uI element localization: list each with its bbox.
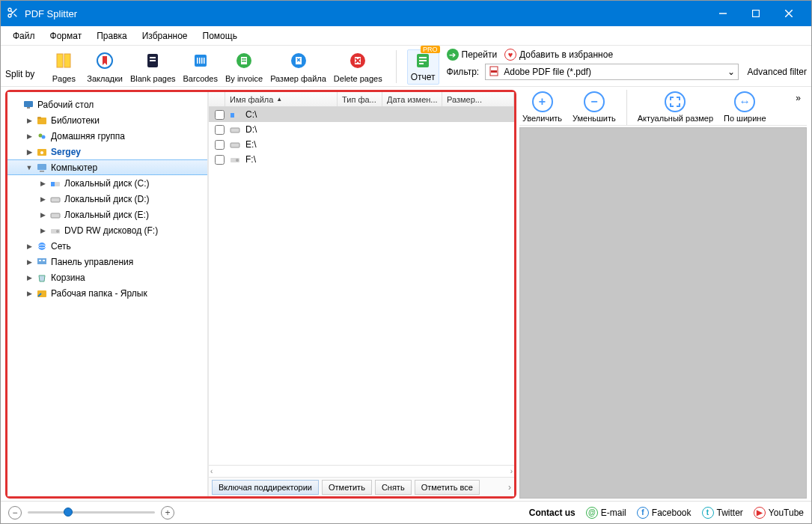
filter-combobox[interactable]: Adobe PDF file (*.pdf) ⌄	[485, 64, 738, 80]
youtube-link[interactable]: ▶YouTube	[754, 507, 804, 519]
expand-icon[interactable]: ▶	[39, 227, 46, 234]
tree-item[interactable]: ▼Компьютер	[7, 159, 207, 175]
svg-rect-37	[37, 117, 41, 119]
file-row[interactable]: E:\	[209, 137, 514, 152]
expand-icon[interactable]: ▶	[25, 258, 33, 266]
zoom-slider-track[interactable]	[28, 511, 155, 514]
zoom-in-button[interactable]: + Увеличить	[522, 90, 562, 123]
toolbar-закладки[interactable]: Закладки	[84, 49, 126, 85]
facebook-link[interactable]: fFacebook	[637, 507, 692, 519]
file-name: C:\	[245, 109, 257, 120]
fit-width-button[interactable]: ↔ По ширине	[724, 90, 766, 123]
advanced-filter-link[interactable]: Advanced filter	[748, 67, 807, 77]
zoom-slider[interactable]: − +	[8, 506, 174, 520]
toolbar-размер-файла[interactable]: Размер файла	[267, 49, 329, 85]
tree-item[interactable]: ▶Панель управления	[7, 254, 207, 269]
heart-icon: ♥	[504, 49, 516, 61]
expand-icon[interactable]: ▶	[25, 243, 33, 250]
zoom-slider-plus-button[interactable]: +	[161, 506, 174, 520]
tree-item[interactable]: ▶Корзина	[7, 269, 207, 285]
toolbar-delete-pages[interactable]: Delete pages	[331, 49, 385, 85]
tree-item[interactable]: ▶Sergey	[7, 144, 207, 159]
report-button[interactable]: PRO Отчет	[407, 49, 439, 85]
tree-item[interactable]: ▶DVD RW дисковод (F:)	[7, 222, 207, 238]
preview-canvas	[519, 127, 807, 499]
expand-icon[interactable]: ▶	[25, 290, 33, 297]
toolbar-by-invoice[interactable]: By invoice	[222, 49, 266, 85]
twitter-icon: t	[702, 507, 714, 519]
svg-rect-33	[491, 70, 497, 73]
menu-формат[interactable]: Формат	[43, 28, 90, 44]
svg-rect-19	[204, 58, 205, 64]
row-checkbox[interactable]	[215, 155, 225, 165]
check-all-button[interactable]: Отметить все	[415, 480, 480, 495]
file-browser-panel: Рабочий стол▶Библиотеки▶Домашняя группа▶…	[5, 90, 516, 499]
minimize-button[interactable]	[706, 1, 739, 26]
file-row[interactable]: F:\	[209, 152, 514, 167]
maximize-button[interactable]	[739, 1, 772, 26]
expand-icon[interactable]: ▼	[25, 164, 33, 171]
tree-item[interactable]: ▶Сеть	[7, 238, 207, 254]
libraries-icon	[36, 115, 48, 127]
expand-icon[interactable]: ▶	[25, 148, 33, 156]
svg-rect-29	[419, 57, 427, 58]
col-checkbox[interactable]	[209, 92, 225, 106]
zoom-out-button[interactable]: − Уменьшить	[573, 90, 616, 123]
contact-us-link[interactable]: Contact us	[529, 508, 576, 518]
check-button[interactable]: Отметить	[322, 480, 372, 495]
row-checkbox[interactable]	[215, 140, 225, 150]
drive-c-icon	[49, 177, 61, 189]
expand-icon[interactable]: ▶	[25, 274, 33, 281]
horizontal-scrollbar[interactable]: ‹›	[209, 465, 514, 477]
expand-icon[interactable]: ▶	[25, 117, 33, 124]
tree-item[interactable]: ▶Домашняя группа	[7, 128, 207, 144]
folder-tree[interactable]: Рабочий стол▶Библиотеки▶Домашняя группа▶…	[7, 92, 208, 496]
menu-избранное[interactable]: Избранное	[135, 28, 195, 44]
col-size[interactable]: Размер...	[442, 92, 514, 106]
actual-size-button[interactable]: Актуальный размер	[638, 90, 713, 123]
col-type[interactable]: Тип фа...	[338, 92, 382, 106]
go-button[interactable]: ➔ Перейти	[447, 49, 498, 61]
expand-icon[interactable]: ▶	[25, 132, 33, 140]
row-checkbox[interactable]	[215, 110, 225, 120]
overflow-chevron-icon[interactable]: »	[793, 90, 804, 106]
zoom-slider-minus-button[interactable]: −	[8, 506, 22, 520]
row-checkbox[interactable]	[215, 125, 225, 135]
menu-помощь[interactable]: Помощь	[195, 28, 245, 44]
by-invoice-icon	[233, 50, 254, 71]
col-name[interactable]: Имя файла▲	[225, 92, 338, 106]
toolbar-blank-pages[interactable]: Blank pages	[127, 49, 179, 85]
email-link[interactable]: @E-mail	[586, 507, 626, 519]
menu-файл[interactable]: Файл	[5, 28, 43, 44]
chevron-right-icon[interactable]: ›	[508, 482, 511, 493]
svg-point-39	[42, 135, 46, 138]
tree-item-label: Локальный диск (E:)	[64, 210, 149, 220]
svg-rect-16	[197, 58, 198, 64]
twitter-link[interactable]: tTwitter	[702, 507, 743, 519]
tree-item-label: Домашняя группа	[51, 131, 125, 141]
col-date[interactable]: Дата измен...	[382, 92, 442, 106]
add-favorite-button[interactable]: ♥ Добавить в избранное	[504, 49, 613, 61]
file-list-body[interactable]: C:\D:\E:\F:\	[209, 107, 514, 465]
expand-icon[interactable]: ▶	[39, 180, 46, 187]
menu-правка[interactable]: Правка	[89, 28, 135, 44]
toolbar-pages[interactable]: Pages	[45, 49, 82, 85]
filter-label: Фильтр:	[447, 67, 480, 77]
include-subdirs-button[interactable]: Включая поддиректории	[212, 480, 319, 495]
tree-item[interactable]: ▶Локальный диск (E:)	[7, 207, 207, 222]
tree-item[interactable]: ▶Библиотеки	[7, 112, 207, 128]
tree-item[interactable]: ▶Локальный диск (C:)	[7, 175, 207, 191]
tree-item[interactable]: ▶Рабочая папка - Ярлык	[7, 285, 207, 301]
zoom-slider-thumb[interactable]	[64, 508, 73, 517]
expand-icon[interactable]: ▶	[39, 211, 46, 219]
tree-item[interactable]: Рабочий стол	[7, 97, 207, 112]
file-row[interactable]: D:\	[209, 122, 514, 137]
expand-icon[interactable]	[12, 101, 19, 109]
close-button[interactable]	[772, 1, 805, 26]
expand-icon[interactable]: ▶	[39, 195, 46, 203]
file-list: Имя файла▲ Тип фа... Дата измен... Разме…	[208, 92, 514, 496]
uncheck-button[interactable]: Снять	[375, 480, 412, 495]
file-row[interactable]: C:\	[209, 107, 514, 122]
tree-item[interactable]: ▶Локальный диск (D:)	[7, 191, 207, 207]
toolbar-barcodes[interactable]: Barcodes	[180, 49, 221, 85]
